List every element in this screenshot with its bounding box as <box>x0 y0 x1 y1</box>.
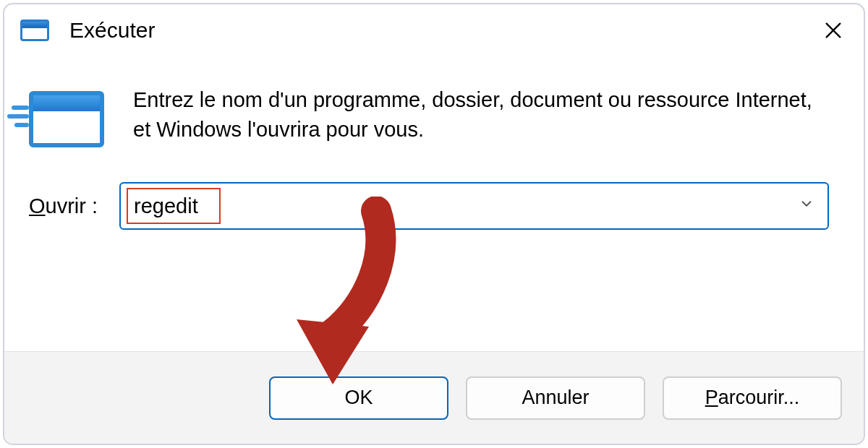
window-title: Exécuter <box>69 18 155 43</box>
cancel-button[interactable]: Annuler <box>466 376 645 420</box>
run-icon-large <box>29 91 104 147</box>
description-row: Entrez le nom d'un programme, dossier, d… <box>29 85 829 147</box>
chevron-down-icon[interactable] <box>799 196 814 216</box>
button-bar: OK Annuler Parcourir... <box>4 351 864 444</box>
run-dialog: Exécuter Entrez le nom d'un programme, d… <box>3 3 865 445</box>
dialog-content: Entrez le nom d'un programme, dossier, d… <box>4 56 864 351</box>
titlebar-left: Exécuter <box>20 18 155 43</box>
open-label: Ouvrir : <box>29 194 98 218</box>
description-text: Entrez le nom d'un programme, dossier, d… <box>133 85 829 145</box>
ok-button[interactable]: OK <box>269 376 448 420</box>
titlebar: Exécuter <box>4 4 864 56</box>
close-icon[interactable] <box>820 17 846 43</box>
open-combobox[interactable] <box>119 182 829 230</box>
open-row: Ouvrir : <box>29 182 829 230</box>
open-input[interactable] <box>127 194 799 218</box>
browse-button[interactable]: Parcourir... <box>663 376 842 420</box>
run-icon <box>20 20 49 41</box>
